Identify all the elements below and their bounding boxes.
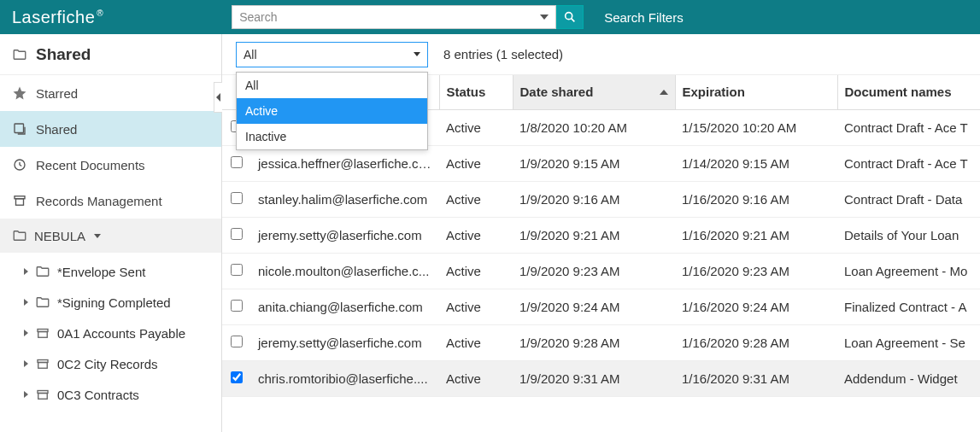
search-input[interactable]: Search: [232, 5, 556, 29]
row-date-shared: 1/9/2020 9:28 AM: [513, 324, 675, 360]
row-expiration: 1/16/2020 9:31 AM: [675, 360, 837, 396]
row-status: Active: [439, 181, 513, 217]
table-row[interactable]: jeremy.setty@laserfiche.comActive1/9/202…: [222, 217, 980, 253]
star-icon: [12, 85, 27, 101]
row-checkbox[interactable]: [231, 371, 243, 383]
top-bar: Laserfiche® Search Search Filters: [0, 0, 980, 34]
row-date-shared: 1/9/2020 9:16 AM: [513, 181, 675, 217]
row-date-shared: 1/9/2020 9:21 AM: [513, 217, 675, 253]
chevron-down-icon: [414, 52, 420, 56]
tree-item[interactable]: 0C2 City Records: [0, 348, 221, 379]
tree-item[interactable]: 0A1 Accounts Payable: [0, 318, 221, 348]
row-document: Contract Draft - Data: [837, 181, 980, 217]
row-email: stanley.halim@laserfiche.com: [251, 181, 439, 217]
table-row[interactable]: jeremy.setty@laserfiche.comActive1/9/202…: [222, 324, 980, 360]
sidebar-repo-name: NEBULA: [34, 229, 85, 243]
folder-icon: [12, 47, 27, 62]
row-checkbox-cell: [222, 181, 251, 217]
row-document: Contract Draft - Ace T: [837, 109, 980, 145]
sidebar-title: Shared: [36, 45, 91, 64]
tree-item-label: 0C3 Contracts: [57, 388, 139, 402]
sidebar-item-label: Starred: [36, 86, 78, 101]
box-icon: [35, 325, 50, 341]
row-expiration: 1/16/2020 9:28 AM: [675, 324, 837, 360]
row-document: Details of Your Loan: [837, 217, 980, 253]
chevron-right-icon[interactable]: [24, 330, 28, 336]
row-checkbox[interactable]: [231, 156, 243, 168]
folder-icon: [12, 228, 27, 243]
sidebar-repo-section[interactable]: NEBULA: [0, 219, 221, 253]
status-filter-select[interactable]: All: [236, 42, 428, 67]
chevron-right-icon[interactable]: [24, 391, 28, 398]
folder-icon: [35, 264, 50, 279]
row-checkbox[interactable]: [231, 228, 243, 240]
sidebar-tree: *Envelope Sent *Signing Completed 0A1 Ac…: [0, 253, 221, 413]
svg-point-0: [566, 13, 572, 20]
brand-text: Laserfiche: [12, 8, 95, 26]
tree-item-label: *Envelope Sent: [57, 265, 145, 279]
table-row[interactable]: nicole.moulton@laserfiche.c...Active1/9/…: [222, 253, 980, 289]
table-row[interactable]: anita.chiang@laserfiche.comActive1/9/202…: [222, 289, 980, 324]
col-header-label: Date shared: [520, 85, 594, 99]
filter-option-all[interactable]: All: [237, 73, 427, 98]
search-filters-link[interactable]: Search Filters: [604, 10, 684, 25]
row-status: Active: [439, 145, 513, 181]
row-expiration: 1/16/2020 9:21 AM: [675, 217, 837, 253]
col-header-expiration[interactable]: Expiration: [675, 75, 837, 109]
row-checkbox[interactable]: [231, 264, 243, 276]
search-button[interactable]: [556, 5, 584, 29]
sidebar: Shared Starred Shared Recent Documents: [0, 34, 222, 432]
svg-rect-5: [16, 199, 24, 206]
filter-option-active[interactable]: Active: [237, 98, 427, 124]
app-body: Shared Starred Shared Recent Documents: [0, 34, 980, 432]
table-row[interactable]: jessica.heffner@laserfiche.co...Active1/…: [222, 145, 980, 181]
row-document: Finalized Contract - A: [837, 289, 980, 324]
sidebar-item-shared[interactable]: Shared: [0, 111, 221, 147]
records-icon: [12, 193, 27, 208]
row-checkbox-cell: [222, 360, 251, 396]
search-dropdown-icon[interactable]: [540, 15, 549, 20]
entries-count-label: 8 entries (1 selected): [443, 47, 563, 61]
table-row[interactable]: stanley.halim@laserfiche.comActive1/9/20…: [222, 181, 980, 217]
row-checkbox[interactable]: [231, 336, 243, 347]
table-row[interactable]: chris.romtoribio@laserfiche....Active1/9…: [222, 360, 980, 396]
col-header-date-shared[interactable]: Date shared: [513, 75, 675, 109]
svg-rect-9: [38, 363, 48, 369]
row-status: Active: [439, 324, 513, 360]
filter-option-inactive[interactable]: Inactive: [237, 124, 427, 149]
svg-rect-2: [15, 124, 24, 133]
row-status: Active: [439, 289, 513, 324]
col-header-document-names[interactable]: Document names: [837, 75, 980, 109]
row-date-shared: 1/8/2020 10:20 AM: [513, 109, 675, 145]
tree-item-label: 0A1 Accounts Payable: [57, 326, 185, 341]
row-expiration: 1/14/2020 9:15 AM: [675, 145, 837, 181]
search-placeholder: Search: [239, 10, 277, 24]
row-status: Active: [439, 109, 513, 145]
tree-item-label: 0C2 City Records: [57, 357, 158, 371]
status-filter-value: All: [244, 48, 257, 61]
chevron-right-icon[interactable]: [24, 299, 28, 306]
status-filter-dropdown: All Active Inactive: [236, 72, 428, 150]
chevron-right-icon[interactable]: [24, 268, 28, 275]
tree-item[interactable]: 0C3 Contracts: [0, 379, 221, 410]
row-checkbox-cell: [222, 253, 251, 289]
row-email: jeremy.setty@laserfiche.com: [251, 324, 439, 360]
sidebar-header: Shared: [0, 34, 221, 75]
tree-item[interactable]: *Envelope Sent: [0, 256, 221, 287]
row-checkbox[interactable]: [231, 192, 243, 204]
sidebar-item-recent[interactable]: Recent Documents: [0, 147, 221, 183]
chevron-right-icon[interactable]: [24, 360, 28, 367]
row-checkbox[interactable]: [231, 300, 243, 312]
row-checkbox-cell: [222, 217, 251, 253]
tree-item[interactable]: *Signing Completed: [0, 287, 221, 318]
folder-icon: [35, 295, 50, 310]
sidebar-item-starred[interactable]: Starred: [0, 75, 221, 111]
row-email: nicole.moulton@laserfiche.c...: [251, 253, 439, 289]
sidebar-item-records[interactable]: Records Management: [0, 183, 221, 219]
sidebar-collapse-handle[interactable]: [214, 82, 222, 113]
row-status: Active: [439, 253, 513, 289]
row-email: jessica.heffner@laserfiche.co...: [251, 145, 439, 181]
col-header-status[interactable]: Status: [439, 75, 513, 109]
sidebar-item-label: Recent Documents: [36, 158, 145, 172]
sidebar-item-label: Shared: [36, 122, 77, 137]
